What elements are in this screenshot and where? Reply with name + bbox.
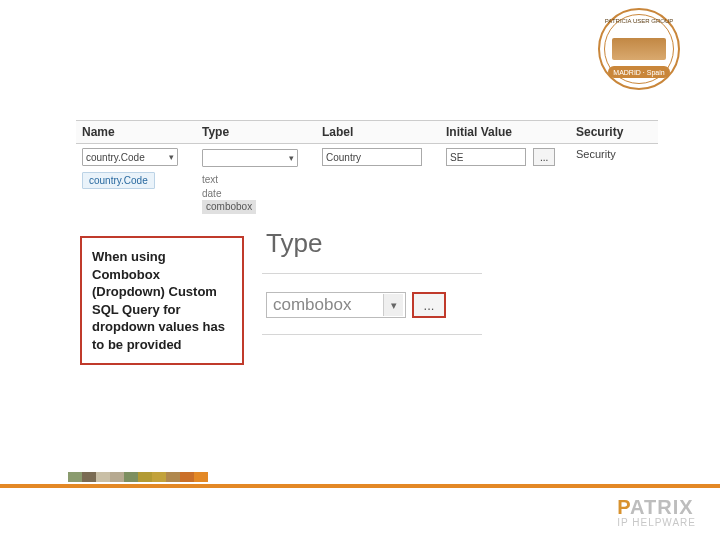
type-option-combobox[interactable]: combobox [202, 200, 256, 214]
col-security: Security [570, 120, 658, 144]
chevron-down-icon: ▾ [289, 153, 294, 163]
color-strip [68, 472, 208, 482]
label-input[interactable]: Country [322, 148, 422, 166]
zoom-type-value: combobox [273, 295, 351, 315]
zoom-browse-button[interactable]: ... [412, 292, 446, 318]
type-option-text[interactable]: text [202, 173, 310, 187]
col-type: Type [196, 120, 316, 144]
chevron-down-icon: ▾ [383, 294, 403, 316]
name-select-value: country.Code [86, 152, 145, 163]
type-zoom-panel: Type combobox ▾ ... [262, 222, 482, 335]
brand-p: P [617, 496, 630, 518]
col-initial: Initial Value [440, 120, 570, 144]
col-label: Label [316, 120, 440, 144]
footer-bar [0, 484, 720, 488]
brand-logo: PATRIX IP HELPWARE [617, 497, 696, 529]
zoom-header: Type [262, 222, 482, 274]
zoom-type-select[interactable]: combobox ▾ [266, 292, 406, 318]
initial-value-browse-button[interactable]: ... [533, 148, 555, 166]
badge-ribbon: MADRID · Spain [608, 66, 670, 78]
type-select[interactable]: ▾ [202, 149, 298, 167]
brand-tagline: IP HELPWARE [617, 518, 696, 529]
brand-rest: ATRIX [630, 496, 694, 518]
initial-value-input[interactable]: SE [446, 148, 526, 166]
name-tag[interactable]: country.Code [82, 172, 155, 189]
conference-badge: PATRICIA USER GROUP MADRID · Spain [598, 8, 680, 90]
security-cell[interactable]: Security [570, 144, 658, 218]
fields-table: Name Type Label Initial Value Security c… [76, 120, 658, 218]
type-dropdown-options: text date combobox [202, 173, 310, 214]
callout-note: When using Combobox (Dropdown) Custom SQ… [80, 236, 244, 365]
name-select[interactable]: country.Code ▾ [82, 148, 178, 166]
chevron-down-icon: ▾ [169, 152, 174, 162]
type-option-date[interactable]: date [202, 187, 310, 201]
col-name: Name [76, 120, 196, 144]
badge-top-text: PATRICIA USER GROUP [598, 18, 680, 24]
